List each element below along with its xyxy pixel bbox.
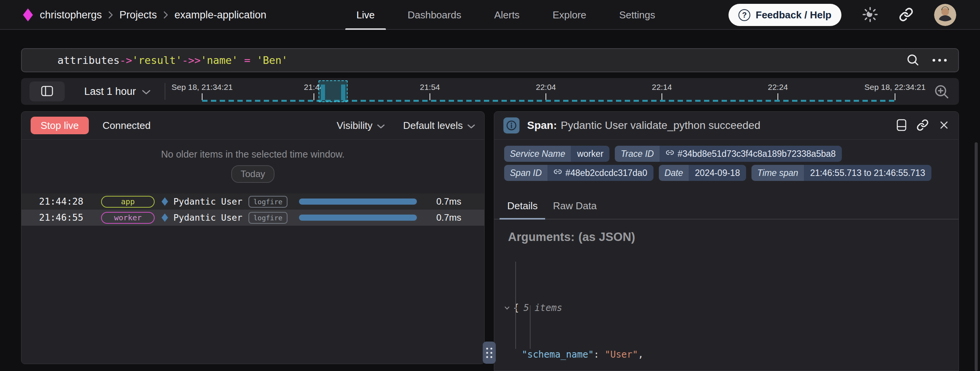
tab-explore[interactable]: Explore <box>536 0 603 30</box>
breadcrumb-section[interactable]: Projects <box>119 9 157 21</box>
scope-badge[interactable]: logfire <box>248 196 287 208</box>
span-metadata-badges: Service Name worker Trace ID #34bd8e51d7… <box>494 140 959 181</box>
timeline-start-label: Sep 18, 21:34:21 <box>172 83 233 92</box>
default-levels-dropdown[interactable]: Default levels <box>403 120 475 132</box>
collapse-chevron-icon[interactable] <box>504 306 513 310</box>
json-item-count: 5 items <box>523 301 562 315</box>
chevron-down-icon <box>142 86 150 98</box>
copy-span-link-button[interactable] <box>916 119 929 132</box>
badge-value: 21:46:55.713 to 21:46:55.713 <box>810 168 925 178</box>
log-row-selected[interactable]: 21:46:55 worker Pydantic User logfire 0.… <box>21 210 484 226</box>
query-token: 'Ben' <box>256 54 287 66</box>
run-search-button[interactable] <box>906 53 920 68</box>
duration-bar <box>299 215 417 221</box>
timeline-tick <box>430 93 430 100</box>
today-button[interactable]: Today <box>231 165 274 183</box>
timeline-zoom-button[interactable] <box>933 83 950 101</box>
span-kind-icon <box>162 197 168 206</box>
scope-badge[interactable]: logfire <box>248 212 287 224</box>
query-options-menu[interactable] <box>933 59 947 62</box>
query-bar[interactable]: attributes->'result'->>'name' = 'Ben' <box>21 48 959 72</box>
live-view-panel: Stop live Connected Visibility Default l… <box>21 111 485 364</box>
service-name-badge: Service Name worker <box>504 146 609 162</box>
timeline-tick <box>895 93 895 100</box>
grip-dots-icon <box>486 348 492 358</box>
empty-state-message: No older items in the selected time wind… <box>21 149 484 160</box>
theme-toggle-button[interactable] <box>862 7 878 24</box>
tab-alerts[interactable]: Alerts <box>478 0 536 30</box>
span-detail-content: Arguments:(as JSON) { 5 items "schema_na… <box>494 220 959 371</box>
arguments-subtitle: (as JSON) <box>578 230 635 244</box>
user-avatar[interactable] <box>934 4 956 26</box>
close-panel-button[interactable] <box>939 120 949 132</box>
span-kind-icon <box>162 213 168 222</box>
timeline-tick-label: 21:54 <box>420 83 440 92</box>
trace-id-badge[interactable]: Trace ID #34bd8e51d73c3f4c8a189b72338a5b… <box>615 146 842 162</box>
badge-label: Date <box>659 165 689 181</box>
log-timestamp: 21:44:28 <box>39 196 84 207</box>
tab-details[interactable]: Details <box>500 195 545 220</box>
tab-live[interactable]: Live <box>340 0 391 30</box>
timeline[interactable]: Sep 18, 21:34:21 21:44 21:54 22:04 22:14… <box>178 78 924 105</box>
tab-settings[interactable]: Settings <box>603 0 672 30</box>
log-timestamp: 21:46:55 <box>39 212 84 223</box>
feedback-help-label: Feedback / Help <box>756 9 831 21</box>
span-title: Pydantic User <box>173 197 242 207</box>
indent-guide <box>515 262 516 349</box>
stop-live-button[interactable]: Stop live <box>31 117 89 134</box>
query-token: ->> <box>182 54 201 66</box>
copy-link-button[interactable] <box>899 7 913 23</box>
connection-status: Connected <box>103 120 151 132</box>
time-range-label: Last 1 hour <box>84 86 136 98</box>
empty-state: No older items in the selected time wind… <box>21 140 484 189</box>
timeline-tick-label: 22:24 <box>768 83 788 92</box>
tab-raw-data[interactable]: Raw Data <box>545 195 604 220</box>
search-icon <box>906 53 920 68</box>
timeline-tick <box>314 93 314 100</box>
duration-label: 0.7ms <box>431 196 461 207</box>
span-details-panel: Span:Pydantic User validate_python succe… <box>494 111 959 371</box>
visibility-label: Visibility <box>336 120 372 132</box>
badge-label: Trace ID <box>615 146 659 162</box>
breadcrumb-project[interactable]: example-application <box>175 9 266 21</box>
sidebar-toggle-button[interactable] <box>29 81 65 101</box>
indent-guide <box>530 305 531 349</box>
feedback-help-button[interactable]: ? Feedback / Help <box>728 4 841 26</box>
query-token: 'name' <box>201 54 238 66</box>
environment-badge[interactable]: app <box>101 196 155 208</box>
badge-label: Time span <box>751 165 804 181</box>
span-title-text: Pydantic User validate_python succeeded <box>561 119 760 131</box>
panel-resize-handle[interactable] <box>483 342 496 364</box>
duration-bar-track <box>299 199 421 205</box>
chevron-right-icon <box>108 10 113 20</box>
badge-value: 2024-09-18 <box>695 168 740 178</box>
dock-panel-button[interactable] <box>897 119 906 132</box>
arguments-heading: Arguments:(as JSON) <box>504 230 959 244</box>
visibility-dropdown[interactable]: Visibility <box>336 120 384 132</box>
close-icon <box>939 120 949 132</box>
timeline-end-label: Sep 18, 22:34:21 <box>864 83 926 92</box>
query-token: -> <box>120 54 132 66</box>
question-circle-icon: ? <box>738 9 750 21</box>
json-viewer: { 5 items "schema_name": "User", "valida… <box>504 247 959 371</box>
log-rows: 21:44:28 app Pydantic User logfire 0.7ms… <box>21 194 484 226</box>
breadcrumb-org[interactable]: christophergs <box>40 9 102 21</box>
timeline-tick-label: 22:04 <box>536 83 556 92</box>
time-range-selector[interactable]: Last 1 hour <box>84 78 150 105</box>
timeline-selection-window[interactable] <box>318 80 348 102</box>
duration-bar-track <box>299 215 421 221</box>
log-row[interactable]: 21:44:28 app Pydantic User logfire 0.7ms <box>21 194 484 210</box>
tab-dashboards[interactable]: Dashboards <box>391 0 478 30</box>
json-comma: , <box>638 347 643 362</box>
span-kind-label: Span: <box>527 119 557 131</box>
timeline-activity-baseline <box>202 100 896 102</box>
timeline-tick <box>662 93 662 100</box>
scrollbar-thumb[interactable] <box>975 142 978 371</box>
panel-bottom-icon <box>897 119 906 132</box>
arguments-title: Arguments: <box>508 230 575 244</box>
badge-value: #48eb2cdcdc317da0 <box>565 168 647 178</box>
query-input[interactable]: attributes->'result'->>'name' = 'Ben' <box>22 42 906 78</box>
logfire-logo-icon[interactable] <box>23 8 33 21</box>
span-id-badge[interactable]: Span ID #48eb2cdcdc317da0 <box>504 165 653 181</box>
environment-badge[interactable]: worker <box>101 212 155 224</box>
